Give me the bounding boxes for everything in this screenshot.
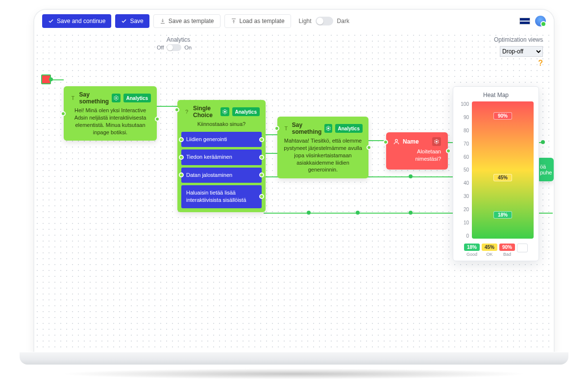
svg-point-1 — [224, 111, 225, 113]
heat-pill-good: 18% — [493, 211, 512, 219]
legend-ok-value: 45% — [482, 244, 497, 251]
choice-option[interactable]: Tiedon kerääminen — [181, 149, 262, 165]
node-name[interactable]: Name Aloitetaan nimestäsi? — [386, 132, 448, 170]
heat-map-gradient: 90% 45% 18% — [472, 101, 534, 239]
save-label: Save — [130, 18, 143, 24]
heat-pill-bad: 90% — [493, 112, 512, 120]
heat-map-title: Heat Map — [458, 92, 534, 98]
node-settings-button[interactable] — [112, 94, 120, 102]
download-icon — [160, 18, 166, 24]
laptop-shadow — [59, 368, 529, 379]
gear-icon — [434, 139, 440, 145]
node-say-1-title: Say something — [79, 91, 109, 105]
node-partial-right[interactable]: öä puhe — [537, 158, 554, 181]
laptop-screen: Save and continue Save Save as template … — [34, 10, 554, 353]
node-analytics-button[interactable]: Analytics — [335, 124, 363, 133]
node-settings-button[interactable] — [432, 137, 441, 146]
check-icon — [48, 18, 54, 24]
person-icon — [393, 138, 400, 145]
node-say-2[interactable]: T Say something Analytics Mahtavaa! Ties… — [277, 117, 368, 178]
gear-icon — [222, 109, 228, 115]
load-as-template-button[interactable]: Load as template — [224, 14, 291, 28]
load-as-template-label: Load as template — [240, 18, 285, 24]
theme-light-label: Light — [299, 18, 312, 24]
node-say-1-body: Hei! Minä olen yksi Interactive Adsin ne… — [67, 107, 154, 138]
svg-point-2 — [327, 128, 329, 129]
analytics-toggle[interactable]: Off On — [157, 44, 192, 51]
flow-canvas[interactable]: Analytics Off On Optimization views Drop… — [34, 32, 554, 353]
svg-point-4 — [436, 141, 438, 143]
avatar[interactable] — [535, 16, 546, 26]
choice-option[interactable]: Liidien generointi — [181, 132, 262, 147]
save-and-continue-button[interactable]: Save and continue — [42, 14, 111, 28]
heat-map-legend: 18%Good 45%OK 90%Bad — [458, 244, 534, 257]
save-button[interactable]: Save — [115, 14, 149, 28]
question-icon: ? — [183, 108, 190, 115]
node-single-choice[interactable]: ? Single Choice Analytics Kiinnostaako s… — [177, 100, 266, 212]
node-name-body: Aloitetaan nimestäsi? — [390, 148, 444, 165]
node-name-title: Name — [403, 138, 429, 145]
theme-toggle[interactable] — [316, 17, 333, 25]
node-partial-text: öä puhe — [540, 164, 552, 175]
node-say-2-body: Mahtavaa! Tiesitkö, että olemme pystynee… — [280, 137, 366, 175]
node-analytics-button[interactable]: Analytics — [123, 94, 151, 102]
choice-option[interactable]: Haluaisin tietää lisää interaktiivisista… — [181, 185, 262, 208]
node-choice-title: Single Choice — [193, 105, 218, 119]
legend-good-value: 18% — [464, 244, 480, 251]
optimization-view-select[interactable]: Drop-off — [500, 46, 543, 57]
save-as-template-label: Save as template — [169, 18, 214, 24]
language-flag-icon[interactable] — [519, 18, 530, 24]
theme-dark-label: Dark — [337, 18, 349, 24]
flow-start-node[interactable] — [41, 74, 51, 84]
node-say-2-title: Say something — [292, 122, 322, 135]
save-as-template-button[interactable]: Save as template — [153, 14, 220, 28]
heat-pill-ok: 45% — [493, 174, 512, 181]
node-say-1[interactable]: T Say something Analytics Hei! Minä olen… — [64, 86, 157, 141]
check-icon — [121, 18, 127, 24]
optimization-views-label: Optimization views — [494, 36, 543, 43]
node-settings-button[interactable] — [324, 124, 332, 133]
gear-icon — [113, 95, 119, 101]
legend-good-label: Good — [466, 252, 477, 257]
choice-option[interactable]: Datan jalostaminen — [181, 168, 262, 183]
upload-icon — [231, 18, 237, 24]
heat-map-panel: Heat Map 1009080 706050 403020 100 90% 4… — [453, 86, 539, 261]
save-and-continue-label: Save and continue — [57, 18, 105, 24]
node-choice-prompt: Kiinnostaako sinua? — [180, 121, 263, 131]
svg-point-3 — [395, 139, 398, 142]
choice-list: Liidien generointi Tiedon kerääminen Dat… — [180, 131, 263, 209]
laptop-base — [20, 352, 568, 365]
heat-map-axis: 1009080 706050 403020 100 — [458, 101, 469, 239]
analytics-section-label: Analytics — [167, 36, 190, 43]
node-analytics-button[interactable]: Analytics — [232, 107, 260, 116]
node-settings-button[interactable] — [220, 107, 229, 116]
legend-ok-label: OK — [486, 252, 492, 257]
text-icon: T — [283, 125, 289, 132]
gear-icon — [325, 125, 331, 131]
svg-point-0 — [115, 98, 117, 99]
theme-toggle-group: Light Dark — [299, 17, 349, 25]
analytics-on-label: On — [184, 45, 192, 50]
legend-bad-label: Bad — [503, 252, 511, 257]
analytics-off-label: Off — [157, 45, 164, 50]
top-toolbar: Save and continue Save Save as template … — [34, 10, 554, 32]
help-icon[interactable]: ? — [538, 59, 543, 68]
text-icon: T — [70, 95, 76, 101]
legend-guide-icon[interactable] — [517, 244, 528, 252]
legend-bad-value: 90% — [499, 244, 515, 251]
